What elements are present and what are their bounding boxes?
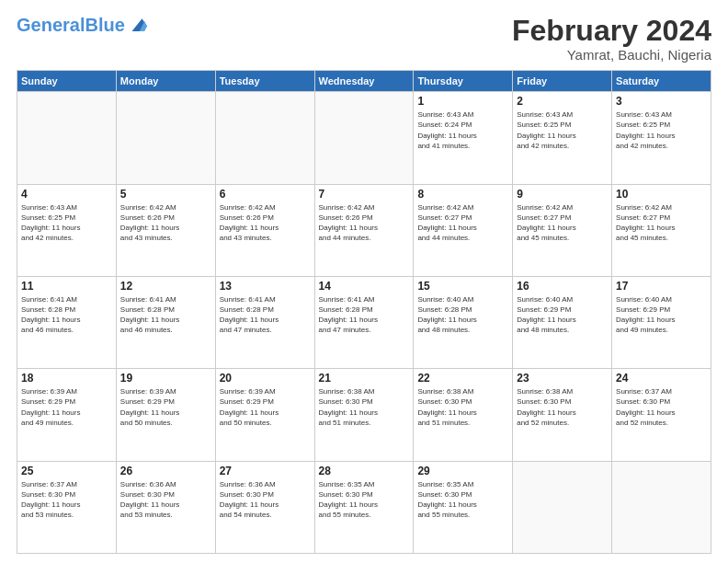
day-number: 15 [417,280,508,293]
calendar-cell [215,92,314,184]
day-number: 4 [21,188,112,201]
day-number: 25 [21,465,112,477]
calendar-cell: 21Sunrise: 6:38 AM Sunset: 6:30 PM Dayli… [314,369,414,461]
day-info: Sunrise: 6:43 AM Sunset: 6:24 PM Dayligh… [417,109,508,151]
calendar-cell: 9Sunrise: 6:42 AM Sunset: 6:27 PM Daylig… [513,184,612,276]
calendar-table: SundayMondayTuesdayWednesdayThursdayFrid… [17,70,711,554]
calendar-cell: 3Sunrise: 6:43 AM Sunset: 6:25 PM Daylig… [612,92,711,184]
week-row-3: 18Sunrise: 6:39 AM Sunset: 6:29 PM Dayli… [17,369,711,461]
day-number: 16 [517,280,608,293]
day-number: 6 [220,188,311,201]
day-info: Sunrise: 6:42 AM Sunset: 6:26 PM Dayligh… [319,202,410,244]
calendar-cell: 6Sunrise: 6:42 AM Sunset: 6:26 PM Daylig… [215,184,314,276]
day-number: 5 [120,188,211,201]
day-info: Sunrise: 6:43 AM Sunset: 6:25 PM Dayligh… [21,202,112,244]
calendar-cell: 13Sunrise: 6:41 AM Sunset: 6:28 PM Dayli… [215,276,314,368]
day-info: Sunrise: 6:42 AM Sunset: 6:27 PM Dayligh… [616,202,707,244]
calendar-cell: 15Sunrise: 6:40 AM Sunset: 6:28 PM Dayli… [414,276,513,368]
day-info: Sunrise: 6:36 AM Sunset: 6:30 PM Dayligh… [120,479,211,521]
calendar-header: SundayMondayTuesdayWednesdayThursdayFrid… [17,71,711,92]
calendar-cell: 7Sunrise: 6:42 AM Sunset: 6:26 PM Daylig… [314,184,414,276]
day-number: 3 [616,95,707,108]
day-number: 7 [319,188,410,201]
logo: GeneralBlue [17,15,147,35]
day-info: Sunrise: 6:41 AM Sunset: 6:28 PM Dayligh… [319,294,410,336]
calendar-cell: 4Sunrise: 6:43 AM Sunset: 6:25 PM Daylig… [17,184,117,276]
header-cell-friday: Friday [513,71,612,92]
day-number: 8 [417,188,508,201]
day-info: Sunrise: 6:35 AM Sunset: 6:30 PM Dayligh… [319,479,410,521]
calendar-cell: 27Sunrise: 6:36 AM Sunset: 6:30 PM Dayli… [215,461,314,553]
day-info: Sunrise: 6:42 AM Sunset: 6:27 PM Dayligh… [517,202,608,244]
day-number: 29 [417,465,508,477]
calendar-cell: 26Sunrise: 6:36 AM Sunset: 6:30 PM Dayli… [116,461,215,553]
day-number: 11 [21,280,112,293]
title-block: February 2024 Yamrat, Bauchi, Nigeria [512,15,711,63]
logo-blue: Blue [85,15,124,35]
day-number: 13 [220,280,311,293]
calendar-cell: 14Sunrise: 6:41 AM Sunset: 6:28 PM Dayli… [314,276,414,368]
calendar-cell [17,92,117,184]
week-row-2: 11Sunrise: 6:41 AM Sunset: 6:28 PM Dayli… [17,276,711,368]
calendar-cell: 16Sunrise: 6:40 AM Sunset: 6:29 PM Dayli… [513,276,612,368]
calendar-cell [116,92,215,184]
day-info: Sunrise: 6:41 AM Sunset: 6:28 PM Dayligh… [220,294,311,336]
day-number: 19 [120,372,211,385]
day-number: 17 [616,280,707,293]
calendar-title: February 2024 [512,15,711,47]
header-cell-saturday: Saturday [612,71,711,92]
calendar-cell: 12Sunrise: 6:41 AM Sunset: 6:28 PM Dayli… [116,276,215,368]
calendar-cell: 1Sunrise: 6:43 AM Sunset: 6:24 PM Daylig… [414,92,513,184]
day-number: 9 [517,188,608,201]
day-info: Sunrise: 6:43 AM Sunset: 6:25 PM Dayligh… [517,109,608,151]
calendar-cell: 2Sunrise: 6:43 AM Sunset: 6:25 PM Daylig… [513,92,612,184]
header-cell-tuesday: Tuesday [215,71,314,92]
calendar-cell: 10Sunrise: 6:42 AM Sunset: 6:27 PM Dayli… [612,184,711,276]
day-info: Sunrise: 6:39 AM Sunset: 6:29 PM Dayligh… [21,386,112,428]
day-info: Sunrise: 6:42 AM Sunset: 6:27 PM Dayligh… [417,202,508,244]
logo-icon [127,15,147,35]
day-info: Sunrise: 6:40 AM Sunset: 6:28 PM Dayligh… [417,294,508,336]
day-info: Sunrise: 6:35 AM Sunset: 6:30 PM Dayligh… [417,479,508,521]
week-row-1: 4Sunrise: 6:43 AM Sunset: 6:25 PM Daylig… [17,184,711,276]
calendar-cell: 24Sunrise: 6:37 AM Sunset: 6:30 PM Dayli… [612,369,711,461]
day-number: 26 [120,465,211,477]
logo-text: GeneralBlue [17,16,125,34]
day-number: 1 [417,95,508,108]
day-info: Sunrise: 6:40 AM Sunset: 6:29 PM Dayligh… [517,294,608,336]
week-row-0: 1Sunrise: 6:43 AM Sunset: 6:24 PM Daylig… [17,92,711,184]
day-number: 12 [120,280,211,293]
calendar-cell: 5Sunrise: 6:42 AM Sunset: 6:26 PM Daylig… [116,184,215,276]
day-number: 23 [517,372,608,385]
day-info: Sunrise: 6:37 AM Sunset: 6:30 PM Dayligh… [21,479,112,521]
day-number: 2 [517,95,608,108]
calendar-cell: 18Sunrise: 6:39 AM Sunset: 6:29 PM Dayli… [17,369,117,461]
header-cell-sunday: Sunday [17,71,117,92]
day-info: Sunrise: 6:40 AM Sunset: 6:29 PM Dayligh… [616,294,707,336]
logo-general: General [17,15,85,35]
day-info: Sunrise: 6:42 AM Sunset: 6:26 PM Dayligh… [220,202,311,244]
calendar-cell: 8Sunrise: 6:42 AM Sunset: 6:27 PM Daylig… [414,184,513,276]
calendar-cell: 11Sunrise: 6:41 AM Sunset: 6:28 PM Dayli… [17,276,117,368]
calendar-body: 1Sunrise: 6:43 AM Sunset: 6:24 PM Daylig… [17,92,711,554]
calendar-cell: 29Sunrise: 6:35 AM Sunset: 6:30 PM Dayli… [414,461,513,553]
day-info: Sunrise: 6:41 AM Sunset: 6:28 PM Dayligh… [21,294,112,336]
day-info: Sunrise: 6:37 AM Sunset: 6:30 PM Dayligh… [616,386,707,428]
day-info: Sunrise: 6:36 AM Sunset: 6:30 PM Dayligh… [220,479,311,521]
day-number: 14 [319,280,410,293]
calendar-cell: 28Sunrise: 6:35 AM Sunset: 6:30 PM Dayli… [314,461,414,553]
header-cell-monday: Monday [116,71,215,92]
calendar-cell: 19Sunrise: 6:39 AM Sunset: 6:29 PM Dayli… [116,369,215,461]
header-cell-thursday: Thursday [414,71,513,92]
day-info: Sunrise: 6:38 AM Sunset: 6:30 PM Dayligh… [417,386,508,428]
calendar-cell: 22Sunrise: 6:38 AM Sunset: 6:30 PM Dayli… [414,369,513,461]
calendar-cell: 20Sunrise: 6:39 AM Sunset: 6:29 PM Dayli… [215,369,314,461]
day-number: 21 [319,372,410,385]
calendar-cell: 17Sunrise: 6:40 AM Sunset: 6:29 PM Dayli… [612,276,711,368]
day-number: 27 [220,465,311,477]
day-number: 18 [21,372,112,385]
day-number: 20 [220,372,311,385]
day-info: Sunrise: 6:39 AM Sunset: 6:29 PM Dayligh… [120,386,211,428]
calendar-cell: 25Sunrise: 6:37 AM Sunset: 6:30 PM Dayli… [17,461,117,553]
calendar-cell [612,461,711,553]
